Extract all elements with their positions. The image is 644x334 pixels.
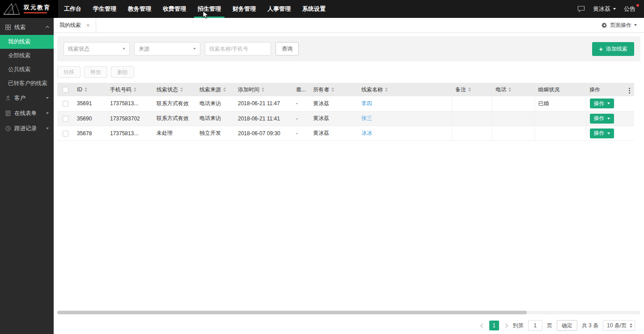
- topbar-right: 黄冰荔 公告: [577, 0, 644, 18]
- column-header-added-time[interactable]: 添加时间: [234, 83, 292, 96]
- row-action-label: 操作: [594, 129, 605, 137]
- nav-item-fees[interactable]: 收费管理: [157, 0, 192, 18]
- sidebar-group-customers[interactable]: 客户: [0, 90, 54, 106]
- column-header-status[interactable]: 线索状态: [153, 83, 196, 96]
- cell-telephone: [492, 111, 534, 126]
- column-header-phone[interactable]: 手机号码: [106, 83, 153, 96]
- add-lead-label: 添加线索: [606, 45, 627, 53]
- row-checkbox[interactable]: [63, 116, 68, 122]
- column-header-last-follow[interactable]: 最...: [292, 83, 309, 96]
- plus-icon: +: [599, 46, 603, 52]
- sidebar-group-label: 客户: [14, 94, 25, 102]
- chevron-down-icon: [46, 97, 49, 99]
- announcement-label: 公告: [624, 5, 636, 12]
- sidebar-item-public-leads[interactable]: 公共线索: [0, 63, 54, 77]
- cell-actions: 操作: [586, 126, 624, 141]
- sidebar-group-online-forms[interactable]: 在线表单: [0, 106, 54, 121]
- confirm-button[interactable]: 确定: [557, 320, 577, 331]
- column-header-owner[interactable]: 所有者: [309, 83, 358, 96]
- sidebar-item-all-leads[interactable]: 全部线索: [0, 49, 54, 63]
- tab-bar: 我的线索 × 页面操作: [54, 18, 644, 33]
- row-checkbox[interactable]: [63, 101, 68, 107]
- tab-my-leads[interactable]: 我的线索 ×: [54, 18, 96, 32]
- column-label: 最...: [296, 86, 306, 94]
- query-button[interactable]: 查询: [275, 42, 299, 56]
- page-size-select[interactable]: 10 条/页: [603, 320, 635, 331]
- horizontal-scrollbar[interactable]: [57, 311, 527, 314]
- row-action-button[interactable]: 操作: [590, 114, 614, 124]
- column-header-telephone[interactable]: 电话: [492, 83, 534, 96]
- next-page-button[interactable]: [504, 323, 508, 328]
- horizontal-scrollbar-track[interactable]: [57, 311, 640, 314]
- nav-label: 财务管理: [233, 5, 256, 12]
- delete-button[interactable]: 删除: [111, 66, 134, 78]
- cell-marital: [534, 126, 586, 141]
- cell-source: 电话来访: [196, 96, 234, 111]
- prev-page-button[interactable]: [480, 323, 485, 328]
- leads-submenu: 我的线索 全部线索 公共线索 已转客户的线索: [0, 35, 54, 90]
- announcement-button[interactable]: 公告: [624, 5, 638, 13]
- sidebar-group-leads[interactable]: 线索: [0, 20, 54, 35]
- chevron-down-icon: [607, 118, 610, 120]
- column-header-id[interactable]: ID: [73, 83, 106, 96]
- chevron-down-icon: [607, 103, 610, 104]
- keyword-input[interactable]: [205, 42, 271, 56]
- column-header-remark[interactable]: 备注: [452, 83, 492, 96]
- cell-remark: [452, 96, 492, 111]
- lead-status-select[interactable]: 线索状态: [64, 42, 130, 56]
- row-checkbox[interactable]: [63, 131, 68, 137]
- main-content: 我的线索 × 页面操作 线索状态 来源 查: [54, 18, 644, 334]
- cell-actions: 操作: [586, 111, 624, 126]
- sort-icon: [331, 87, 334, 92]
- close-icon[interactable]: ×: [86, 22, 90, 29]
- lead-name-link[interactable]: 张三: [361, 115, 372, 121]
- page-1-button[interactable]: 1: [489, 321, 499, 330]
- add-lead-button[interactable]: + 添加线索: [592, 42, 634, 56]
- column-settings-button[interactable]: [624, 83, 634, 96]
- nav-item-hr[interactable]: 人事管理: [262, 0, 297, 18]
- logo-icon: [2, 2, 21, 16]
- logo-title: 双元教育: [24, 4, 51, 11]
- sidebar-item-converted-leads[interactable]: 已转客户的线索: [0, 77, 54, 90]
- sidebar-group-followups[interactable]: 跟进记录: [0, 121, 54, 136]
- nav-item-workbench[interactable]: 工作台: [58, 0, 87, 18]
- page-actions-button[interactable]: 页面操作: [602, 18, 644, 32]
- release-button[interactable]: 释放: [84, 66, 107, 78]
- source-select[interactable]: 来源: [134, 42, 200, 56]
- nav-item-academic[interactable]: 教务管理: [122, 0, 157, 18]
- content-spacer: [54, 141, 644, 311]
- topbar: 双元教育 工作台 学生管理 教务管理 收费管理 招生管理 财务管理 人事管理 系…: [0, 0, 644, 18]
- sidebar: 线索 我的线索 全部线索 公共线索 已转客户的线索 客户 在线表单: [0, 18, 54, 334]
- lead-name-link[interactable]: 李四: [361, 100, 372, 107]
- transfer-button[interactable]: 转移: [57, 66, 80, 78]
- sidebar-item-my-leads[interactable]: 我的线索: [0, 35, 54, 49]
- table-row: 35691 17375813... 联系方式有效 电话来访 2018-06-21…: [57, 96, 634, 111]
- message-icon[interactable]: [577, 5, 585, 13]
- sidebar-group-label: 线索: [14, 24, 25, 31]
- cell-last-follow: -: [292, 96, 309, 111]
- column-label: 婚姻状况: [538, 86, 559, 94]
- goto-page-input[interactable]: [528, 320, 542, 331]
- column-header-source[interactable]: 线索来源: [196, 83, 234, 96]
- lead-name-link[interactable]: 冰冰: [361, 130, 372, 136]
- nav-item-settings[interactable]: 系统设置: [297, 0, 331, 18]
- row-action-label: 操作: [594, 115, 605, 122]
- cell-added-time: 2018-06-07 09:30: [234, 126, 292, 141]
- tab-label: 我的线索: [59, 21, 81, 29]
- column-label: 手机号码: [110, 86, 131, 94]
- select-all-checkbox[interactable]: [63, 87, 68, 93]
- nav-item-finance[interactable]: 财务管理: [227, 0, 262, 18]
- nav-item-students[interactable]: 学生管理: [87, 0, 122, 18]
- column-header-marital: 婚姻状况: [534, 83, 586, 96]
- cell-last-follow: -: [292, 111, 309, 126]
- user-menu[interactable]: 黄冰荔: [593, 5, 616, 13]
- column-header-lead-name[interactable]: 线索名称: [358, 83, 452, 96]
- sort-icon: [223, 87, 226, 92]
- row-action-button[interactable]: 操作: [590, 98, 614, 108]
- goto-label: 到第: [513, 322, 524, 330]
- cell-empty: [624, 96, 634, 111]
- nav-item-enrollment[interactable]: 招生管理: [192, 0, 227, 18]
- row-action-button[interactable]: 操作: [590, 128, 614, 138]
- column-header-actions: 操作: [586, 83, 624, 96]
- more-options-icon: [629, 90, 630, 91]
